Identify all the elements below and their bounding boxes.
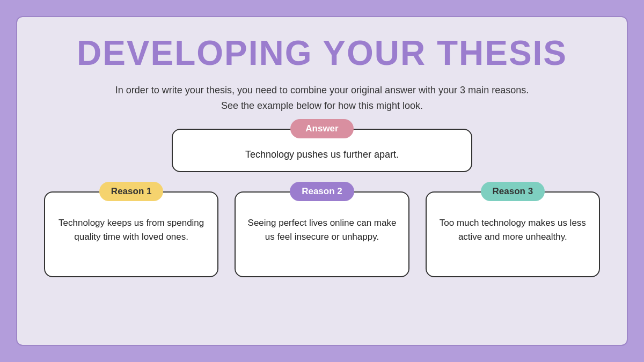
reason-2-text: Seeing perfect lives online can make us … (248, 218, 397, 242)
reason-2-label: Reason 2 (290, 182, 354, 201)
reason-3-section: Reason 3 Too much technology makes us le… (426, 191, 600, 277)
slide: DEVELOPING YOUR THESIS In order to write… (16, 16, 628, 346)
reason-1-box: Technology keeps us from spending qualit… (44, 191, 218, 277)
slide-subtitle: In order to write your thesis, you need … (115, 83, 529, 114)
reason-1-section: Reason 1 Technology keeps us from spendi… (44, 191, 218, 277)
reason-1-text: Technology keeps us from spending qualit… (58, 218, 204, 242)
answer-text: Technology pushes us further apart. (245, 149, 399, 160)
reason-1-label: Reason 1 (99, 182, 164, 201)
reason-3-label: Reason 3 (481, 182, 545, 201)
reasons-row: Reason 1 Technology keeps us from spendi… (44, 191, 600, 277)
answer-section: Answer Technology pushes us further apar… (172, 129, 472, 172)
subtitle-line1: In order to write your thesis, you need … (115, 85, 529, 95)
reason-3-box: Too much technology makes us less active… (426, 191, 600, 277)
slide-title: DEVELOPING YOUR THESIS (77, 33, 567, 73)
subtitle-line2: See the example below for how this might… (221, 100, 423, 111)
reason-3-text: Too much technology makes us less active… (440, 218, 586, 242)
reason-2-box: Seeing perfect lives online can make us … (235, 191, 409, 277)
reason-2-section: Reason 2 Seeing perfect lives online can… (235, 191, 409, 277)
answer-label: Answer (290, 119, 353, 138)
